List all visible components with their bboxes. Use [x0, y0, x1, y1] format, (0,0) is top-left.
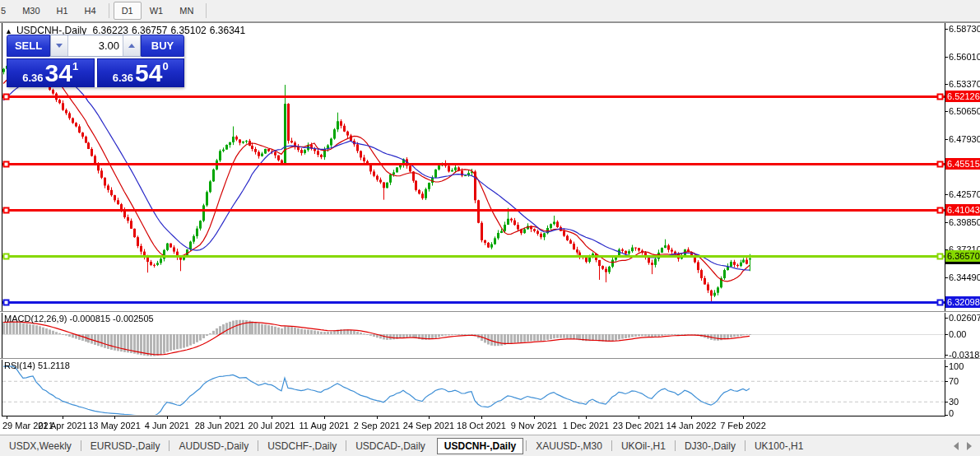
- price-axis-tick-label: 6.39850: [949, 217, 980, 227]
- date-axis-label: 24 Sep 2021: [403, 421, 454, 430]
- date-axis-label: 1 Dec 2021: [563, 421, 609, 430]
- sell-price-big: 34: [45, 61, 72, 86]
- timeframe-button-H1[interactable]: H1: [49, 2, 77, 20]
- chart-tab-usdcad-daily[interactable]: USDCAD-,Daily: [346, 438, 434, 454]
- date-axis-label: 20 Jul 2021: [248, 421, 295, 430]
- buy-price-big: 54: [135, 61, 162, 86]
- chart-tab-usdchf-daily[interactable]: USDCHF-,Daily: [258, 438, 346, 454]
- rsi-indicator-label: RSI(14) 51.2118: [4, 361, 70, 370]
- chart-tab-xauusd-m30[interactable]: XAUUSD-,M30: [527, 438, 611, 454]
- trading-platform-window: 5M30H1H4D1W1MN ▲USDCNH-,Daily 6.362236.3…: [0, 0, 980, 456]
- ohlc-close: 6.36341: [210, 25, 245, 36]
- price-axis-tick-label: 6.47930: [949, 134, 980, 144]
- rsi-axis-tick-label: 0: [949, 408, 954, 418]
- buy-price-sup: 0: [162, 60, 168, 72]
- chart-tab-usdx-weekly[interactable]: USDX,Weekly: [0, 438, 81, 454]
- volume-decrease-button[interactable]: [51, 35, 68, 56]
- chart-tab-eurusd-daily[interactable]: EURUSD-,Daily: [81, 438, 170, 454]
- triangle-up-icon: [128, 44, 135, 48]
- date-axis-label: 2 Sep 2021: [354, 421, 400, 430]
- date-axis-label: 18 Oct 2021: [457, 421, 506, 430]
- date-axis-label: 23 Dec 2021: [613, 421, 664, 430]
- tabs-scroll-left-icon[interactable]: [954, 442, 959, 450]
- price-axis-tick-label: 6.53370: [949, 79, 980, 89]
- timeframe-button-D1[interactable]: D1: [114, 2, 142, 20]
- hline-price-label: 6.41043: [945, 204, 980, 216]
- toolbar-separator: [109, 3, 109, 18]
- date-axis-label: 28 Jun 2021: [195, 421, 245, 430]
- date-axis-label: 14 Jan 2022: [666, 421, 717, 430]
- sell-button[interactable]: SELL: [7, 35, 50, 57]
- rsi-axis-tick-label: 30: [949, 397, 959, 407]
- one-click-trading-panel: SELL 3.00 BUY 6.36341 6.36540: [7, 35, 184, 87]
- chart-tab-uk100-h1[interactable]: UK100-,H1: [745, 438, 812, 454]
- macd-axis-tick-label: 0.00: [949, 329, 966, 339]
- chart-tab-ukoil-h1[interactable]: UKOil-,H1: [612, 438, 675, 454]
- price-chart-canvas[interactable]: [0, 22, 980, 456]
- macd-axis-tick-label: 0.02607: [949, 313, 980, 323]
- buy-price-small: 6.36: [113, 72, 133, 86]
- date-axis-label: 4 Jun 2021: [145, 421, 189, 430]
- volume-input[interactable]: 3.00: [68, 35, 123, 56]
- chart-window: ▲USDCNH-,Daily 6.362236.367576.351026.36…: [0, 22, 980, 435]
- volume-increase-button[interactable]: [123, 35, 140, 56]
- hline-price-label: 6.36570: [945, 250, 980, 262]
- macd-indicator-label: MACD(12,26,9) -0.000815 -0.002505: [4, 314, 154, 323]
- chart-tab-bar: USDX,WeeklyEURUSD-,DailyAUDUSD-,DailyUSD…: [0, 435, 980, 456]
- buy-price-box[interactable]: 6.36540: [97, 58, 185, 87]
- price-axis-tick-label: 6.58730: [949, 24, 980, 34]
- hline-price-label: 6.45515: [945, 158, 980, 170]
- price-axis-tick-label: 6.56010: [949, 52, 980, 62]
- price-axis-tick-label: 6.42570: [949, 189, 980, 199]
- rsi-axis-tick-label: 70: [949, 376, 959, 386]
- chart-tab-usdcnh-daily[interactable]: USDCNH-,Daily: [437, 438, 523, 454]
- timeframe-toolbar: 5M30H1H4D1W1MN: [0, 0, 980, 22]
- date-axis-label: 9 Nov 2021: [511, 421, 557, 430]
- toolbar-separator: [206, 3, 207, 18]
- timeframe-button-H4[interactable]: H4: [77, 2, 105, 20]
- timeframe-button-5[interactable]: 5: [0, 2, 14, 20]
- tab-scroll-buttons: [954, 442, 980, 450]
- rsi-axis-tick-label: 100: [949, 361, 964, 371]
- buy-button[interactable]: BUY: [141, 35, 184, 57]
- date-axis-label: 7 Feb 2022: [720, 421, 766, 430]
- hline-price-label: 6.52126: [945, 91, 980, 102]
- macd-axis-tick-label: -0.031872: [949, 350, 980, 360]
- date-axis-label: 11 Aug 2021: [300, 421, 350, 430]
- sell-price-small: 6.36: [22, 72, 43, 86]
- tabs-scroll-right-icon[interactable]: [967, 442, 972, 450]
- triangle-down-icon: [56, 44, 63, 48]
- date-axis-label: 13 May 2021: [88, 421, 141, 430]
- sell-price-sup: 1: [72, 60, 78, 72]
- timeframe-button-W1[interactable]: W1: [142, 2, 172, 20]
- chart-tab-audusd-daily[interactable]: AUDUSD-,Daily: [170, 438, 258, 454]
- date-axis-label: 21 Apr 2021: [38, 421, 86, 430]
- sell-price-box[interactable]: 6.36341: [7, 58, 95, 87]
- price-axis-tick-label: 6.50650: [949, 106, 980, 116]
- timeframe-button-M30[interactable]: M30: [14, 2, 48, 20]
- hline-price-label: 6.32098: [945, 296, 980, 308]
- timeframe-button-MN[interactable]: MN: [171, 2, 202, 20]
- chart-tab-dj30-daily[interactable]: DJ30-,Daily: [676, 438, 745, 454]
- price-axis-tick-label: 6.34490: [949, 272, 980, 282]
- volume-spinner: 3.00: [50, 35, 141, 57]
